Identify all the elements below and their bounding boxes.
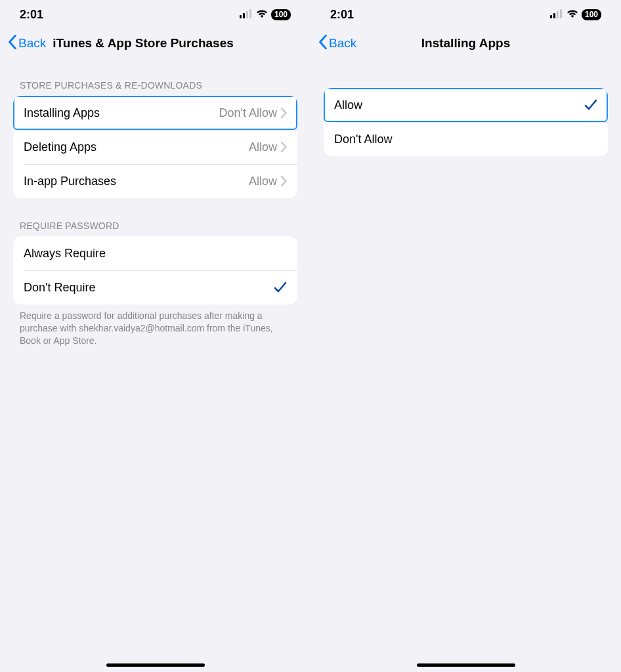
group-store-purchases: Installing Apps Don't Allow Deleting App… xyxy=(13,96,297,198)
row-dont-allow[interactable]: Don't Allow xyxy=(324,122,608,156)
chevron-right-icon xyxy=(281,142,287,152)
cellular-icon xyxy=(240,8,253,22)
row-label: Installing Apps xyxy=(24,106,219,120)
row-label: Don't Allow xyxy=(334,133,597,146)
wifi-icon xyxy=(567,8,578,22)
row-label: Deleting Apps xyxy=(24,140,249,154)
svg-rect-5 xyxy=(553,13,555,18)
checkmark-icon xyxy=(584,99,597,111)
nav-bar: Back Installing Apps xyxy=(310,29,621,58)
home-indicator[interactable] xyxy=(417,663,515,667)
back-label: Back xyxy=(329,36,356,51)
nav-bar: Back iTunes & App Store Purchases xyxy=(0,29,310,58)
home-indicator[interactable] xyxy=(106,663,205,667)
section-header-password: REQUIRE PASSWORD xyxy=(13,198,297,236)
screen-installing-apps: 2:01 100 Back Installing Apps xyxy=(310,0,621,672)
chevron-right-icon xyxy=(281,176,287,186)
status-time: 2:01 xyxy=(20,8,43,22)
row-value: Allow xyxy=(249,140,277,154)
row-label: Don't Require xyxy=(24,281,274,295)
status-time: 2:01 xyxy=(330,8,354,22)
screen-itunes-appstore-purchases: 2:01 100 Back iTunes & App Store Purchas… xyxy=(0,0,310,672)
svg-rect-4 xyxy=(550,15,552,18)
back-label: Back xyxy=(18,36,46,51)
battery-icon: 100 xyxy=(582,9,601,20)
checkmark-icon xyxy=(274,282,287,293)
row-in-app-purchases[interactable]: In-app Purchases Allow xyxy=(13,164,297,198)
row-label: In-app Purchases xyxy=(24,175,249,188)
row-value: Don't Allow xyxy=(219,106,277,120)
row-value: Allow xyxy=(249,175,277,188)
group-installing-apps-options: Allow Don't Allow xyxy=(324,88,608,156)
status-indicators: 100 xyxy=(240,8,291,22)
row-always-require[interactable]: Always Require xyxy=(13,236,297,270)
group-require-password: Always Require Don't Require xyxy=(13,236,297,304)
row-label: Always Require xyxy=(24,247,287,261)
chevron-right-icon xyxy=(281,108,287,118)
svg-rect-1 xyxy=(243,13,245,18)
section-header-store: STORE PURCHASES & RE-DOWNLOADS xyxy=(13,58,297,96)
page-title: Installing Apps xyxy=(310,36,621,51)
svg-rect-6 xyxy=(557,11,559,18)
wifi-icon xyxy=(256,8,268,22)
chevron-left-icon xyxy=(8,35,17,52)
section-footer-password: Require a password for additional purcha… xyxy=(13,304,297,347)
svg-rect-2 xyxy=(246,11,248,18)
status-bar: 2:01 100 xyxy=(310,0,621,29)
back-button[interactable]: Back xyxy=(318,35,356,52)
row-allow[interactable]: Allow xyxy=(324,88,608,122)
chevron-left-icon xyxy=(318,35,328,52)
battery-icon: 100 xyxy=(271,9,291,20)
svg-rect-3 xyxy=(249,9,251,18)
status-bar: 2:01 100 xyxy=(0,0,310,29)
svg-rect-7 xyxy=(560,9,562,18)
status-indicators: 100 xyxy=(550,8,601,22)
row-dont-require[interactable]: Don't Require xyxy=(13,270,297,304)
cellular-icon xyxy=(550,8,563,22)
row-installing-apps[interactable]: Installing Apps Don't Allow xyxy=(13,96,297,130)
row-deleting-apps[interactable]: Deleting Apps Allow xyxy=(13,130,297,164)
page-title: iTunes & App Store Purchases xyxy=(53,36,234,51)
row-label: Allow xyxy=(334,98,584,112)
svg-rect-0 xyxy=(240,15,242,18)
back-button[interactable]: Back xyxy=(8,35,46,52)
